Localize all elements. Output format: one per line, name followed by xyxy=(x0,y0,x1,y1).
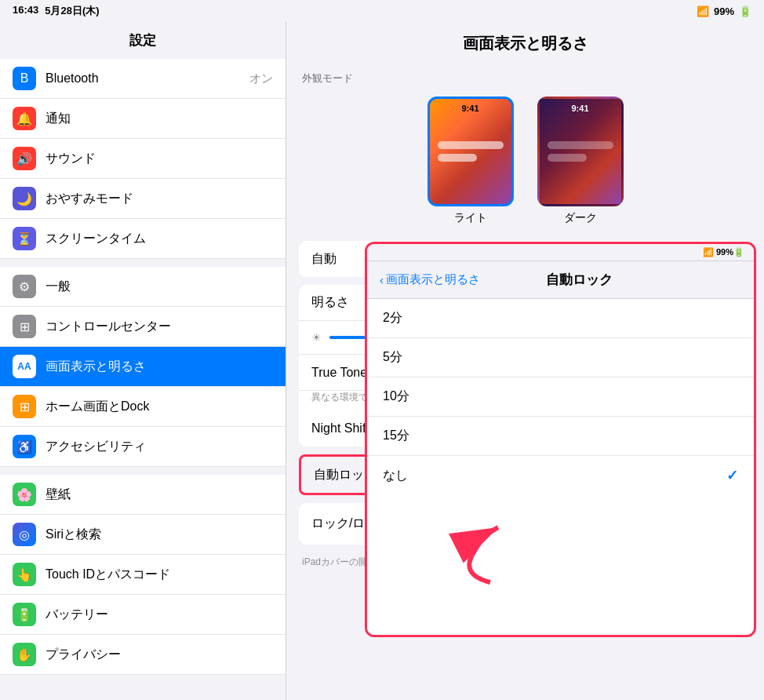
popup-title: 自動ロック xyxy=(480,271,679,289)
arrow-graphic xyxy=(412,512,506,590)
main-layout: 設定 B Bluetooth オン 🔔 通知 🔊 サウンド 🌙 おやすみモード … xyxy=(0,22,764,700)
notification-icon: 🔔 xyxy=(13,107,36,130)
sidebar-item-touchid[interactable]: 👆 Touch IDとパスコード xyxy=(0,555,286,595)
sidebar-item-accessibility[interactable]: ♿ アクセシビリティ xyxy=(0,427,286,467)
popup-nav: ‹ 画面表示と明るさ 自動ロック xyxy=(367,261,754,299)
homescreen-icon: ⊞ xyxy=(13,395,36,418)
bluetooth-icon: B xyxy=(13,67,36,90)
sidebar-label-accessibility: アクセシビリティ xyxy=(45,439,273,455)
popup-wifi: 📶 99%🔋 xyxy=(703,247,744,257)
sidebar-item-siri[interactable]: ◎ Siriと検索 xyxy=(0,515,286,555)
back-chevron-icon: ‹ xyxy=(380,273,384,286)
touchid-icon: 👆 xyxy=(13,563,36,586)
sidebar: 設定 B Bluetooth オン 🔔 通知 🔊 サウンド 🌙 おやすみモード … xyxy=(0,22,286,700)
option-10min-label: 10分 xyxy=(383,388,409,405)
sidebar-item-wallpaper[interactable]: 🌸 壁紙 xyxy=(0,475,286,515)
status-time-date: 16:43 5月28日(木) xyxy=(13,4,100,18)
sidebar-label-display: 画面表示と明るさ xyxy=(45,359,273,375)
popup-back-button[interactable]: ‹ 画面表示と明るさ xyxy=(380,272,480,287)
accessibility-icon: ♿ xyxy=(13,435,36,458)
sidebar-label-bluetooth: Bluetooth xyxy=(45,71,249,86)
sidebar-label-wallpaper: 壁紙 xyxy=(45,487,273,503)
popup-option-none[interactable]: なし ✓ xyxy=(367,456,754,495)
sidebar-item-battery[interactable]: 🔋 バッテリー xyxy=(0,595,286,635)
display-icon: AA xyxy=(13,355,36,378)
popup-option-5min[interactable]: 5分 xyxy=(367,338,754,377)
sidebar-item-controlcenter[interactable]: ⊞ コントロールセンター xyxy=(0,307,286,347)
auto-lock-popup-overlay: 📶 99%🔋 ‹ 画面表示と明るさ 自動ロック 2分 5分 xyxy=(286,22,764,700)
battery-sidebar-icon: 🔋 xyxy=(13,603,36,626)
sidebar-label-controlcenter: コントロールセンター xyxy=(45,319,273,335)
sidebar-item-sound[interactable]: 🔊 サウンド xyxy=(0,139,286,179)
popup-option-2min[interactable]: 2分 xyxy=(367,299,754,338)
wallpaper-icon: 🌸 xyxy=(13,483,36,506)
popup-back-label: 画面表示と明るさ xyxy=(386,272,480,287)
sidebar-item-homescreen[interactable]: ⊞ ホーム画面とDock xyxy=(0,387,286,427)
battery-icon: 🔋 xyxy=(739,5,751,17)
sidebar-label-touchid: Touch IDとパスコード xyxy=(45,567,273,583)
sidebar-item-notification[interactable]: 🔔 通知 xyxy=(0,99,286,139)
controlcenter-icon: ⊞ xyxy=(13,315,36,338)
sidebar-item-bluetooth[interactable]: B Bluetooth オン xyxy=(0,59,286,99)
popup-option-15min[interactable]: 15分 xyxy=(367,417,754,456)
wifi-icon: 📶 xyxy=(697,5,709,17)
arrow-container xyxy=(412,512,506,590)
privacy-icon: ✋ xyxy=(13,643,36,666)
sidebar-item-general[interactable]: ⚙ 一般 xyxy=(0,267,286,307)
selected-checkmark: ✓ xyxy=(726,467,738,484)
general-icon: ⚙ xyxy=(13,275,36,298)
sidebar-label-notification: 通知 xyxy=(45,111,273,127)
option-5min-label: 5分 xyxy=(383,349,402,366)
siri-icon: ◎ xyxy=(13,523,36,546)
sidebar-item-screentime[interactable]: ⏳ スクリーンタイム xyxy=(0,219,286,259)
status-indicators: 📶 99% 🔋 xyxy=(697,5,751,17)
status-time: 16:43 xyxy=(13,4,38,18)
screentime-icon: ⏳ xyxy=(13,227,36,250)
status-date: 5月28日(木) xyxy=(45,4,99,18)
option-2min-label: 2分 xyxy=(383,310,402,326)
sidebar-label-sound: サウンド xyxy=(45,151,273,167)
sidebar-title: 設定 xyxy=(0,22,286,59)
sidebar-label-screentime: スクリーンタイム xyxy=(45,231,273,247)
option-none-label: なし xyxy=(383,468,408,484)
sidebar-item-privacy[interactable]: ✋ プライバシー xyxy=(0,635,286,675)
content-area: 画面表示と明るさ 外観モード 9:41 ライト 9:41 xyxy=(286,22,764,700)
donotdisturb-icon: 🌙 xyxy=(13,187,36,210)
sidebar-label-general: 一般 xyxy=(45,279,273,295)
status-bar: 16:43 5月28日(木) 📶 99% 🔋 xyxy=(0,0,764,22)
option-15min-label: 15分 xyxy=(383,428,409,444)
popup-statusbar: 📶 99%🔋 xyxy=(367,244,754,261)
sidebar-label-homescreen: ホーム画面とDock xyxy=(45,399,273,415)
sound-icon: 🔊 xyxy=(13,147,36,170)
sidebar-item-display[interactable]: AA 画面表示と明るさ xyxy=(0,347,286,387)
sidebar-item-donotdisturb[interactable]: 🌙 おやすみモード xyxy=(0,179,286,219)
sidebar-value-bluetooth: オン xyxy=(249,71,273,86)
popup-option-10min[interactable]: 10分 xyxy=(367,377,754,417)
battery-percent: 99% xyxy=(714,5,734,17)
sidebar-label-battery: バッテリー xyxy=(45,607,273,623)
sidebar-label-siri: Siriと検索 xyxy=(45,527,273,543)
sidebar-label-donotdisturb: おやすみモード xyxy=(45,191,273,207)
sidebar-label-privacy: プライバシー xyxy=(45,647,273,663)
